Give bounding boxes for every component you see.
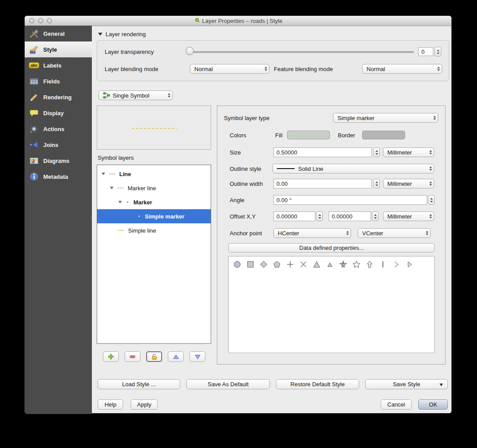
sidebar-item-label: Joins — [43, 142, 58, 148]
layer-blending-select[interactable]: Normal — [190, 64, 269, 74]
screen: Layer Properties – roads | Style General… — [0, 0, 477, 448]
offset-unit-select[interactable]: Millimeter — [383, 211, 434, 221]
sidebar-item-general[interactable]: General — [25, 26, 92, 41]
restore-default-style-button[interactable]: Restore Default Style — [276, 379, 359, 389]
layer-rendering-header[interactable]: Layer rendering — [98, 31, 146, 38]
marker-shape-star[interactable] — [350, 259, 363, 270]
save-style-menu-button[interactable]: Save Style — [365, 379, 448, 389]
marker-shape-line[interactable] — [376, 259, 390, 270]
marker-shape-arrowhead[interactable] — [403, 259, 416, 270]
border-color-button[interactable] — [362, 131, 405, 139]
lock-open-icon — [151, 353, 158, 361]
tree-row-label: Line — [119, 171, 131, 177]
sidebar-item-diagrams[interactable]: Diagrams — [25, 153, 92, 169]
anchor-v-select[interactable]: VCenter — [358, 228, 431, 238]
cancel-button[interactable]: Cancel — [381, 399, 412, 410]
marker-shape-equilateral-triangle[interactable] — [323, 259, 337, 270]
tree-row-label: Marker — [133, 199, 152, 206]
remove-symbol-layer-button[interactable] — [125, 351, 140, 362]
expand-arrow-icon[interactable] — [102, 173, 105, 175]
move-layer-down-button[interactable] — [189, 351, 205, 362]
sidebar-item-joins[interactable]: Joins — [25, 137, 92, 153]
sidebar-item-actions[interactable]: Actions — [25, 121, 92, 137]
dropdown-arrows-icon — [429, 214, 432, 218]
fill-color-button[interactable] — [287, 131, 330, 139]
tree-row-simple-line[interactable]: Simple line — [97, 223, 211, 237]
expand-arrow-icon[interactable] — [110, 187, 114, 189]
angle-stepper[interactable] — [428, 195, 435, 205]
offset-y-input[interactable]: 0.00000 — [329, 211, 371, 221]
sidebar-item-metadata[interactable]: Metadata — [25, 169, 92, 184]
border-label: Border — [338, 130, 355, 140]
sidebar-item-display[interactable]: Display — [25, 105, 92, 121]
outline-style-select[interactable]: Solid Line — [273, 164, 434, 173]
window-title: Layer Properties – roads | Style — [202, 18, 283, 24]
dropdown-arrows-icon — [426, 231, 428, 235]
close-window-button[interactable] — [29, 18, 34, 23]
apply-button[interactable]: Apply — [131, 399, 158, 410]
zoom-window-button[interactable] — [47, 18, 52, 23]
marker-shape-star-crossed[interactable] — [337, 259, 350, 270]
outline-width-input[interactable]: 0.00 — [273, 179, 372, 188]
move-layer-up-button[interactable] — [168, 351, 184, 362]
marker-shape-circle[interactable] — [231, 259, 244, 270]
outline-width-stepper[interactable] — [373, 179, 380, 188]
offset-y-stepper[interactable] — [372, 211, 379, 221]
dropdown-arrows-icon — [168, 93, 170, 98]
save-as-default-button[interactable]: Save As Default — [186, 379, 270, 389]
marker-shape-triangle[interactable] — [310, 259, 323, 270]
menu-arrow-icon — [439, 384, 443, 386]
angle-input[interactable]: 0.00 ° — [273, 195, 427, 205]
offset-x-stepper[interactable] — [316, 211, 323, 221]
tree-row-simple-marker[interactable]: Simple marker — [97, 209, 211, 223]
feature-blending-select[interactable]: Normal — [362, 64, 442, 74]
size-input[interactable]: 0.50000 — [273, 147, 372, 157]
layer-transparency-stepper[interactable] — [435, 47, 441, 56]
marker-shape-diamond[interactable] — [257, 259, 270, 270]
expand-arrow-icon[interactable] — [118, 201, 122, 203]
marker-shape-arrow[interactable] — [363, 259, 376, 270]
tree-row-marker[interactable]: Marker — [97, 195, 211, 209]
marker-shape-cross2[interactable] — [297, 259, 310, 270]
colors-label: Colors — [230, 130, 246, 140]
layer-transparency-slider-handle[interactable] — [186, 47, 194, 55]
layer-transparency-label: Layer transparency — [105, 47, 154, 56]
outline-width-label: Outline width — [230, 179, 263, 188]
symbol-preview — [97, 105, 211, 150]
data-defined-properties-button[interactable]: Data defined properties... — [228, 243, 435, 252]
titlebar[interactable]: Layer Properties – roads | Style — [25, 16, 451, 26]
ok-button[interactable]: OK — [418, 399, 448, 410]
marker-dot-icon — [137, 215, 141, 218]
tree-row-line[interactable]: Line — [97, 167, 211, 181]
marker-shape-chevron[interactable] — [390, 259, 403, 270]
symbol-layer-type-select[interactable]: Simple marker — [333, 113, 438, 123]
marker-shape-square[interactable] — [244, 259, 257, 270]
offset-x-input[interactable]: 0.00000 — [273, 211, 315, 221]
layer-transparency-input[interactable]: 0 — [418, 47, 433, 56]
sidebar-item-rendering[interactable]: Rendering — [25, 89, 92, 105]
sidebar-item-style[interactable]: Style — [25, 41, 92, 57]
outline-width-unit-select[interactable]: Millimeter — [383, 179, 434, 188]
add-symbol-layer-button[interactable] — [103, 351, 119, 362]
anchor-h-select[interactable]: HCenter — [273, 228, 351, 238]
sidebar-item-label: Display — [43, 110, 64, 117]
plus-icon — [107, 353, 114, 360]
help-button[interactable]: Help — [98, 399, 123, 410]
minimize-window-button[interactable] — [38, 18, 43, 23]
marker-shape-cross[interactable] — [284, 259, 297, 270]
tree-row-marker-line[interactable]: Marker line — [97, 181, 211, 195]
layer-rendering-title: Layer rendering — [106, 31, 146, 38]
lock-symbol-layer-button[interactable] — [146, 351, 162, 362]
rendering-icon — [28, 92, 40, 102]
size-stepper[interactable] — [373, 147, 380, 157]
sidebar-item-fields[interactable]: Fields — [25, 73, 92, 89]
marker-shape-pentagon[interactable] — [270, 259, 284, 270]
load-style-button[interactable]: Load Style ... — [98, 379, 180, 389]
sidebar-item-labels[interactable]: abc Labels — [25, 57, 92, 73]
splitter-grip[interactable]: ‹ — [91, 215, 95, 219]
size-unit-select[interactable]: Millimeter — [383, 147, 434, 157]
symbol-layers-tree: Line Marker line Marker Simple marker Si… — [97, 165, 211, 344]
renderer-select[interactable]: Single Symbol — [98, 90, 173, 100]
anchor-point-label: Anchor point — [230, 228, 262, 238]
layer-transparency-slider-track[interactable] — [189, 51, 414, 53]
